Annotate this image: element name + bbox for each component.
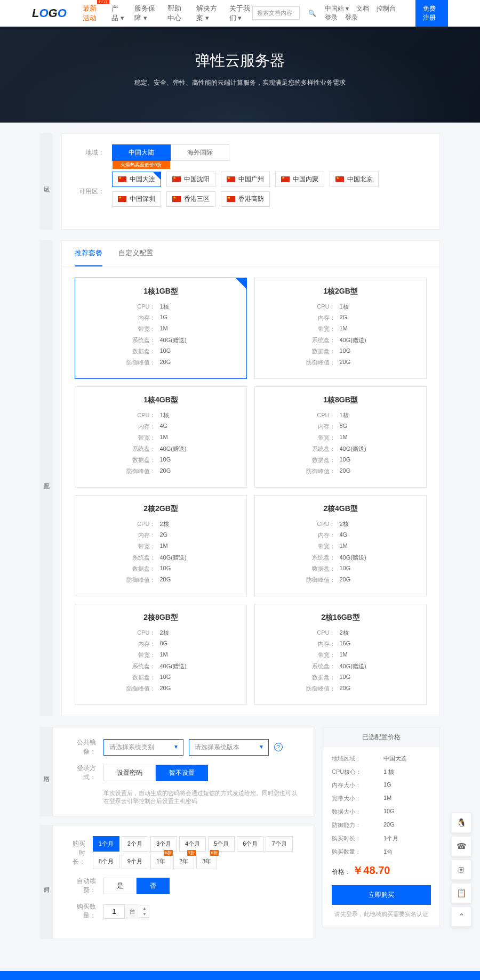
duration-0[interactable]: 1个月 (93, 836, 119, 852)
label-mirror: 公共镜像： (66, 738, 96, 756)
select-os-ver[interactable]: 请选择系统版本 (189, 739, 269, 756)
qty-up[interactable]: ▲ (140, 905, 149, 911)
duration-9[interactable]: 1年8折 (150, 854, 171, 869)
search-input[interactable]: 搜索文档内容 (252, 6, 299, 20)
duration-3[interactable]: 4个月 (179, 836, 206, 852)
region-7[interactable]: 香港高防 (221, 191, 270, 207)
region-3[interactable]: 中国内蒙 (275, 172, 324, 187)
nav-item-4[interactable]: 解决方案 ▾ (196, 4, 220, 23)
label-zone: 可用区： (75, 187, 105, 196)
duration-1[interactable]: 2个月 (122, 836, 148, 852)
qty-unit: 台 (125, 904, 140, 919)
header-link-0[interactable]: 中国站 ▾ (325, 5, 349, 12)
label-duration: 购买时长： (66, 839, 85, 866)
duration-2[interactable]: 3个月 (150, 836, 177, 852)
page-title: 弹性云服务器 (0, 51, 480, 71)
duration-11[interactable]: 3年6折 (196, 854, 217, 869)
pwd-hint: 单次设置后，自动生成的密码将会通过短信的方式发送给您。同时您也可以在登录云引擎控… (103, 789, 301, 805)
float-shield-icon[interactable]: ⛨ (451, 860, 471, 880)
register-button[interactable]: 免费注册 (415, 0, 448, 27)
tab-mainland[interactable]: 中国大陆火爆热卖至低价9折 (112, 144, 171, 161)
float-phone-icon[interactable]: ☎ (451, 836, 471, 856)
qty-input[interactable] (103, 904, 125, 919)
qty-down[interactable]: ▼ (140, 911, 149, 917)
nav-item-2[interactable]: 服务保障 ▾ (134, 4, 158, 23)
opt-set-pwd[interactable]: 设置密码 (103, 765, 156, 781)
package-3[interactable]: 1核8GB型CPU：1核内存：8G带宽：1M系统盘：40G(赠送)数据盘：10G… (254, 386, 427, 488)
package-5[interactable]: 2核4GB型CPU：2核内存：4G带宽：1M系统盘：40G(赠送)数据盘：10G… (254, 495, 427, 596)
price-note: 请先登录，此地域购买需要实名认证 (332, 910, 431, 918)
side-tab-net: 网络 (40, 727, 53, 816)
duration-6[interactable]: 7个月 (266, 836, 292, 852)
tab-recommend[interactable]: 推荐套餐 (75, 241, 102, 266)
package-1[interactable]: 1核2GB型CPU：1核内存：2G带宽：1M系统盘：40G(赠送)数据盘：10G… (254, 278, 427, 379)
auto-yes[interactable]: 是 (103, 878, 137, 894)
side-tab-time: 时间 (40, 825, 53, 939)
price-label: 价格： (332, 868, 351, 876)
tab-custom[interactable]: 自定义配置 (118, 241, 153, 266)
nav-item-1[interactable]: 产品 ▾ (111, 4, 125, 23)
nav-item-0[interactable]: 最新活动HOT (83, 4, 102, 23)
duration-4[interactable]: 5个月 (208, 836, 235, 852)
region-5[interactable]: 中国深圳 (112, 191, 161, 207)
side-tab-cfg: 配置 (40, 240, 53, 716)
package-6[interactable]: 2核8GB型CPU：2核内存：8G带宽：1M系统盘：40G(赠送)数据盘：10G… (75, 604, 247, 705)
search-icon[interactable]: 🔍 (308, 10, 316, 17)
opt-no-pwd[interactable]: 暂不设置 (156, 765, 208, 781)
duration-10[interactable]: 2年7折 (173, 854, 194, 869)
package-4[interactable]: 2核2GB型CPU：2核内存：2G带宽：1M系统盘：40G(赠送)数据盘：10G… (75, 495, 247, 596)
float-qq-icon[interactable]: 🐧 (451, 813, 471, 833)
nav-item-5[interactable]: 关于我们 ▾ (229, 4, 253, 23)
region-6[interactable]: 香港三区 (166, 191, 215, 207)
package-2[interactable]: 1核4GB型CPU：1核内存：4G带宽：1M系统盘：40G(赠送)数据盘：10G… (75, 386, 247, 488)
package-0[interactable]: 1核1GB型CPU：1核内存：1G带宽：1M系统盘：40G(赠送)数据盘：10G… (75, 278, 247, 379)
header-link-4[interactable]: 登录 (345, 14, 358, 21)
duration-8[interactable]: 9个月 (122, 854, 148, 869)
float-doc-icon[interactable]: 📋 (451, 883, 471, 903)
page-subtitle: 稳定、安全、弹性、高性能的云端计算服务，实现满足您的多样性业务需求 (0, 78, 480, 87)
float-top-icon[interactable]: ⌃ (451, 906, 471, 927)
duration-5[interactable]: 6个月 (237, 836, 263, 852)
auto-no[interactable]: 否 (137, 878, 170, 894)
label-login: 登录方式： (66, 764, 96, 782)
region-4[interactable]: 中国北京 (330, 172, 379, 187)
header-link-2[interactable]: 控制台 (377, 5, 396, 12)
help-icon[interactable]: ? (274, 743, 283, 751)
package-7[interactable]: 2核16GB型CPU：2核内存：16G带宽：1M系统盘：40G(赠送)数据盘：1… (254, 604, 427, 705)
label-autorenew: 自动续费： (66, 877, 96, 895)
select-os-type[interactable]: 请选择系统类别 (103, 739, 183, 756)
price-amount: ￥48.70 (353, 864, 390, 876)
region-1[interactable]: 中国沈阳 (166, 172, 215, 187)
logo[interactable]: LOGO (32, 6, 67, 20)
label-qty: 购买数量： (66, 902, 96, 920)
region-0[interactable]: 中国大连 (112, 172, 161, 187)
duration-7[interactable]: 8个月 (93, 854, 119, 869)
header-link-1[interactable]: 文档 (356, 5, 369, 12)
nav-item-3[interactable]: 帮助中心 (167, 4, 187, 23)
buy-button[interactable]: 立即购买 (332, 885, 431, 905)
label-region: 地域： (75, 148, 105, 157)
tab-overseas[interactable]: 海外国际 (171, 144, 229, 161)
side-tab-area: 区域 (40, 133, 53, 230)
region-2[interactable]: 中国广州 (221, 172, 270, 187)
header-link-3[interactable]: 登录 (325, 14, 338, 21)
price-title: 已选配置价格 (323, 727, 439, 747)
